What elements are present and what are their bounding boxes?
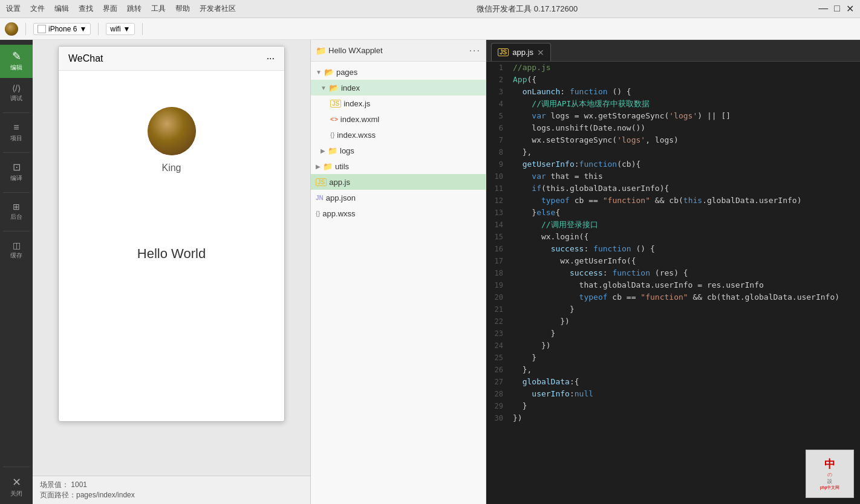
tree-item-app-json[interactable]: JN app.json (311, 190, 486, 205)
tree-item-index-js[interactable]: JS index.js (311, 95, 486, 111)
sidebar-item-compile[interactable]: ⊡ 编译 (0, 157, 33, 189)
line-code-16[interactable]: success: function () { (510, 243, 860, 255)
line-code-6[interactable]: logs.unshift(Date.now()) (510, 122, 860, 134)
line-code-23[interactable]: } (510, 328, 860, 340)
line-num-8: 8 (486, 146, 510, 158)
phone-dots: ··· (267, 53, 275, 64)
code-line-25: 25 } (486, 352, 860, 364)
window-controls[interactable]: — □ ✕ (818, 3, 854, 15)
menu-help[interactable]: 帮助 (175, 4, 190, 14)
line-code-17[interactable]: wx.getUserInfo({ (510, 255, 860, 267)
menu-settings[interactable]: 设置 (6, 4, 21, 14)
edit-icon: ✎ (12, 51, 21, 62)
network-selector[interactable]: wifi ▼ (106, 23, 134, 35)
json-badge: JN (316, 195, 324, 201)
minimize-button[interactable]: — (818, 3, 828, 15)
line-code-19[interactable]: that.globalData.userInfo = res.userInfo (510, 279, 860, 291)
sidebar-item-cache[interactable]: ◫ 缓存 (0, 235, 33, 266)
project-folder-icon: 📁 (316, 46, 326, 56)
maximize-button[interactable]: □ (834, 3, 840, 15)
line-code-26[interactable]: }, (510, 364, 860, 376)
line-code-18[interactable]: success: function (res) { (510, 267, 860, 279)
line-num-14: 14 (486, 219, 510, 231)
menu-tools[interactable]: 工具 (151, 4, 166, 14)
line-code-30[interactable]: }) (510, 412, 860, 424)
tab-js-badge: JS (498, 48, 509, 56)
line-num-30: 30 (486, 412, 510, 424)
project-icon: ≡ (13, 123, 19, 132)
tree-item-index-wxss[interactable]: {} index.wxss (311, 127, 486, 143)
line-code-4[interactable]: //调用API从本地缓存中获取数据 (510, 98, 860, 110)
menu-interface[interactable]: 界面 (103, 4, 117, 14)
index-js-label: index.js (344, 99, 370, 108)
tree-item-app-wxss[interactable]: {} app.wxss (311, 205, 486, 221)
filetree-menu-icon[interactable]: ··· (469, 45, 481, 56)
app-wxss-badge: {} (316, 210, 320, 217)
code-line-7: 7 wx.setStorageSync('logs', logs) (486, 134, 860, 146)
tree-item-index-wxml[interactable]: <> index.wxml (311, 111, 486, 127)
menu-jump[interactable]: 跳转 (127, 4, 142, 14)
menu-edit[interactable]: 编辑 (54, 4, 69, 14)
editor-body[interactable]: 1 //app.js 2 App({ 3 onLaunch: function … (486, 62, 860, 504)
device-label: iPhone 6 (48, 25, 77, 33)
line-code-24[interactable]: }) (510, 340, 860, 352)
line-code-15[interactable]: wx.login({ (510, 231, 860, 243)
line-code-14[interactable]: //调用登录接口 (510, 219, 860, 231)
line-code-12[interactable]: typeof cb == "function" && cb(this.globa… (510, 195, 860, 207)
line-code-25[interactable]: } (510, 352, 860, 364)
line-code-13[interactable]: }else{ (510, 207, 860, 219)
line-num-23: 23 (486, 328, 510, 340)
sidebar-item-close[interactable]: ✕ 关闭 (0, 471, 33, 504)
menu-file[interactable]: 文件 (30, 4, 45, 14)
line-code-8[interactable]: }, (510, 146, 860, 158)
watermark: 中 の 設 php中文网 (806, 450, 854, 498)
line-code-1[interactable]: //app.js (510, 62, 860, 74)
tree-item-logs[interactable]: 📁 logs (311, 143, 486, 158)
line-code-9[interactable]: getUserInfo:function(cb){ (510, 158, 860, 170)
tree-item-app-js[interactable]: JS app.js (311, 174, 486, 190)
code-line-12: 12 typeof cb == "function" && cb(this.gl… (486, 195, 860, 207)
sidebar-item-edit[interactable]: ✎ 编辑 (0, 45, 33, 78)
line-code-10[interactable]: var that = this (510, 170, 860, 183)
cache-icon: ◫ (13, 241, 21, 250)
line-code-22[interactable]: }) (510, 315, 860, 328)
scene-value: 场景值： 1001 (40, 480, 303, 490)
line-code-20[interactable]: typeof cb == "function" && cb(that.globa… (510, 291, 860, 303)
sidebar-label-edit: 编辑 (10, 63, 22, 72)
sidebar: ✎ 编辑 ⟨/⟩ 调试 ≡ 项目 ⊡ 编译 ⊞ 后台 ◫ 缓存 (0, 40, 33, 504)
preview-pane: WeChat ··· King Hello World 场景值： 1001 页面… (33, 40, 311, 504)
code-line-22: 22 }) (486, 315, 860, 328)
device-selector[interactable]: iPhone 6 ▼ (33, 23, 91, 35)
line-code-21[interactable]: } (510, 303, 860, 315)
line-code-2[interactable]: App({ (510, 74, 860, 86)
line-num-5: 5 (486, 110, 510, 122)
sidebar-item-debug[interactable]: ⟨/⟩ 调试 (0, 78, 33, 109)
pages-arrow (316, 69, 322, 76)
tree-item-pages[interactable]: 📂 pages (311, 64, 486, 80)
line-code-5[interactable]: var logs = wx.getStorageSync('logs') || … (510, 110, 860, 122)
tab-app-js[interactable]: JS app.js ✕ (491, 43, 551, 61)
line-num-12: 12 (486, 195, 510, 207)
line-num-13: 13 (486, 207, 510, 219)
sidebar-sep-3 (3, 192, 29, 193)
sidebar-sep-1 (3, 112, 29, 113)
line-code-3[interactable]: onLaunch: function () { (510, 86, 860, 98)
sidebar-item-backend[interactable]: ⊞ 后台 (0, 196, 33, 227)
index-arrow (321, 85, 327, 91)
menu-find[interactable]: 查找 (79, 4, 93, 14)
toolbar-sep-2 (98, 23, 99, 35)
tree-item-utils[interactable]: 📁 utils (311, 158, 486, 174)
line-code-11[interactable]: if(this.globalData.userInfo){ (510, 183, 860, 195)
close-button[interactable]: ✕ (846, 3, 854, 15)
line-code-29[interactable]: } (510, 400, 860, 412)
titlebar-menu[interactable]: 设置 文件 编辑 查找 界面 跳转 工具 帮助 开发者社区 (6, 4, 236, 14)
tree-item-index[interactable]: 📂 index (311, 80, 486, 95)
menu-community[interactable]: 开发者社区 (200, 4, 236, 14)
code-line-17: 17 wx.getUserInfo({ (486, 255, 860, 267)
avatar (5, 22, 18, 36)
line-code-27[interactable]: globalData:{ (510, 376, 860, 388)
tab-close-icon[interactable]: ✕ (537, 48, 544, 57)
line-code-28[interactable]: userInfo:null (510, 388, 860, 400)
line-code-7[interactable]: wx.setStorageSync('logs', logs) (510, 134, 860, 146)
sidebar-item-project[interactable]: ≡ 项目 (0, 117, 33, 149)
